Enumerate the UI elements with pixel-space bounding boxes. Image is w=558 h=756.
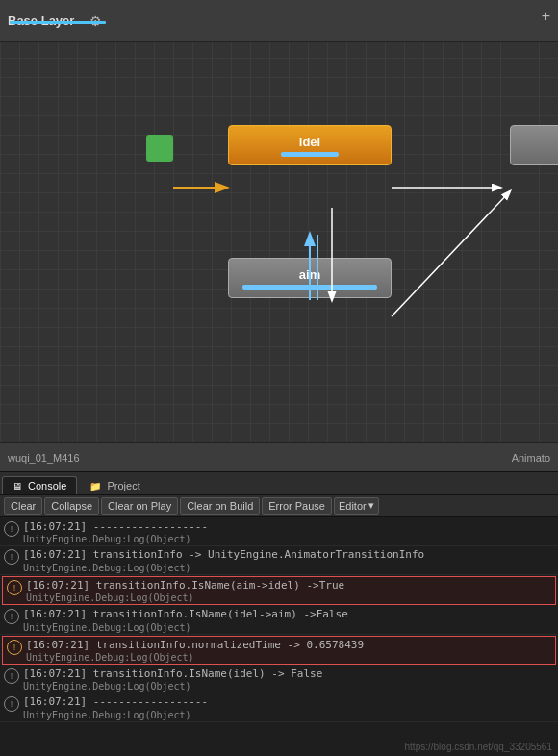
tab-project[interactable]: 📁 Project <box>79 476 150 494</box>
animator-topbar: Base Layer ⚙ + <box>0 0 558 42</box>
log-text-3: [16:07:21] transitionInfo.IsName(aim->id… <box>26 578 344 603</box>
log-entry-6: ! [16:07:21] transitionInfo.IsName(idel)… <box>0 666 558 693</box>
log-text-5: [16:07:21] transitionInfo.normalizedTime… <box>26 638 364 663</box>
editor-dropdown-label: Editor <box>339 500 367 512</box>
base-layer-underline <box>10 21 106 24</box>
animator-statusbar: wuqi_01_M416 Animato <box>0 442 558 471</box>
status-right: Animato <box>512 452 550 464</box>
log-entry-3: ! [16:07:21] transitionInfo.IsName(aim->… <box>2 576 556 605</box>
node-entry[interactable] <box>146 135 173 162</box>
node-aim-bar <box>242 285 377 290</box>
log-text-6: [16:07:21] transitionInfo.IsName(idel) -… <box>23 667 322 692</box>
clear-button[interactable]: Clear <box>4 497 42 515</box>
animator-panel: Base Layer ⚙ + <box>0 0 558 471</box>
log-text-2: [16:07:21] transitionInfo -> UnityEngine… <box>23 547 424 572</box>
log-entry-5: ! [16:07:21] transitionInfo.normalizedTi… <box>2 636 556 665</box>
editor-dropdown-arrow: ▾ <box>368 499 374 512</box>
node-idel-bar <box>281 152 339 157</box>
console-toolbar: Clear Collapse Clear on Play Clear on Bu… <box>0 495 558 517</box>
svg-line-5 <box>392 191 510 316</box>
log-icon-3: ! <box>7 580 22 595</box>
node-idel-label: idel <box>299 135 320 149</box>
clear-on-play-button[interactable]: Clear on Play <box>101 497 178 515</box>
project-tab-icon: 📁 <box>89 481 101 491</box>
log-entry-4: ! [16:07:21] transitionInfo.IsName(idel-… <box>0 606 558 634</box>
log-entry-2: ! [16:07:21] transitionInfo -> UnityEngi… <box>0 546 558 574</box>
console-panel: 🖥 Console 📁 Project Clear Collapse Clear… <box>0 471 558 756</box>
console-tabs: 🖥 Console 📁 Project <box>0 472 558 495</box>
clear-on-build-button[interactable]: Clear on Build <box>180 497 260 515</box>
tab-console-label: Console <box>28 480 66 491</box>
log-text-4: [16:07:21] transitionInfo.IsName(idel->a… <box>23 607 348 632</box>
log-icon-1: ! <box>4 521 19 537</box>
log-entry-7: ! [16:07:21] ------------------ UnityEng… <box>0 693 558 721</box>
node-aim[interactable]: aim <box>228 258 392 298</box>
node-aim-label: aim <box>299 267 320 282</box>
log-icon-6: ! <box>4 668 19 684</box>
console-tab-icon: 🖥 <box>13 481 22 491</box>
log-icon-2: ! <box>4 549 19 565</box>
tab-console[interactable]: 🖥 Console <box>2 476 77 494</box>
log-icon-5: ! <box>7 640 22 655</box>
log-text-1: [16:07:21] ------------------ UnityEngin… <box>23 519 208 544</box>
node-right[interactable] <box>510 125 558 165</box>
collapse-button[interactable]: Collapse <box>44 497 99 515</box>
console-log[interactable]: ! [16:07:21] ------------------ UnityEng… <box>0 517 558 756</box>
log-icon-4: ! <box>4 609 19 624</box>
log-text-7: [16:07:21] ------------------ UnityEngin… <box>23 694 208 719</box>
editor-dropdown[interactable]: Editor ▾ <box>334 497 379 515</box>
log-icon-7: ! <box>4 696 19 712</box>
node-idel[interactable]: idel <box>228 125 392 165</box>
status-filename: wuqi_01_M416 <box>8 452 512 464</box>
log-entry-1: ! [16:07:21] ------------------ UnityEng… <box>0 518 558 546</box>
add-layer-button[interactable]: + <box>542 8 550 25</box>
error-pause-button[interactable]: Error Pause <box>262 497 332 515</box>
connections-svg <box>0 42 558 442</box>
tab-project-label: Project <box>107 480 140 491</box>
